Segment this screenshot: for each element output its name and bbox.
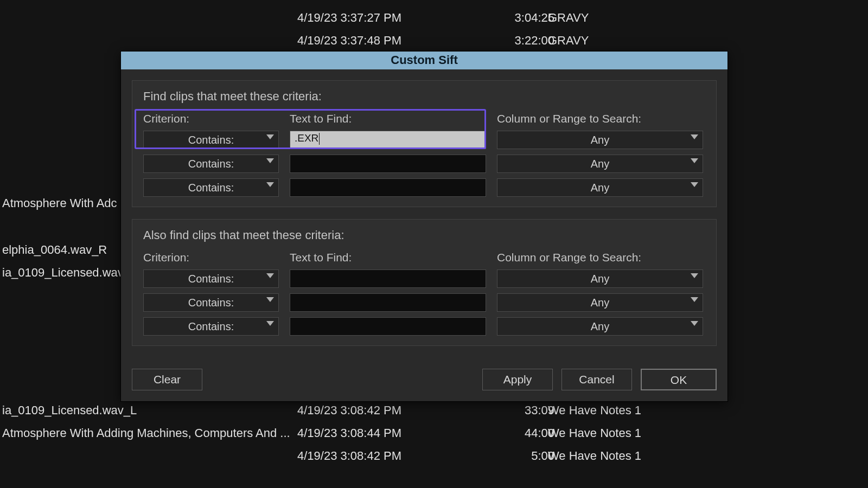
clip-row[interactable]: ia_0109_Licensed.wav_L4/19/23 3:08:42 PM… (0, 399, 868, 422)
clip-time-cell: 4/19/23 3:08:42 PM (297, 403, 433, 418)
clip-name-cell: ia_0109_Licensed.wav_L (2, 403, 295, 418)
clip-bin-cell: We Have Notes 1 (548, 426, 711, 440)
clip-duration-cell: 5:00 (500, 449, 554, 463)
clip-name-cell: Atmosphere With Adding Machines, Compute… (2, 426, 295, 440)
clip-duration-cell: 33:09 (500, 403, 554, 418)
criteria-row: Contains:Any (143, 269, 705, 288)
column-range-dropdown[interactable]: Any (497, 269, 703, 288)
chevron-down-icon (691, 134, 698, 139)
chevron-down-icon (691, 321, 698, 326)
criterion-dropdown[interactable]: Contains: (143, 269, 279, 288)
criterion-dropdown[interactable]: Contains: (143, 293, 279, 312)
chevron-down-icon (691, 158, 698, 163)
clip-time-cell: 4/19/23 3:08:44 PM (297, 426, 433, 440)
chevron-down-icon (266, 182, 274, 187)
chevron-down-icon (266, 134, 274, 139)
ok-button[interactable]: OK (641, 369, 717, 390)
header-column-range: Column or Range to Search: (497, 112, 703, 125)
criteria-row: Contains:Any (143, 155, 705, 173)
header-criterion: Criterion: (143, 251, 279, 264)
text-to-find-input[interactable] (290, 269, 486, 288)
clip-bin-cell: GRAVY (548, 34, 711, 48)
criteria-headers-1: Criterion: Text to Find: Column or Range… (143, 112, 705, 125)
text-to-find-input[interactable] (290, 293, 486, 312)
clip-time-cell: 4/19/23 3:37:48 PM (297, 34, 433, 48)
criterion-dropdown[interactable]: Contains: (143, 317, 279, 336)
text-to-find-input[interactable]: .EXR (290, 131, 486, 149)
text-cursor (319, 133, 320, 145)
column-range-dropdown[interactable]: Any (497, 178, 703, 197)
dialog-button-row: Clear Apply Cancel OK (132, 369, 717, 401)
clip-time-cell: 4/19/23 3:37:27 PM (297, 11, 433, 25)
column-range-dropdown[interactable]: Any (497, 131, 703, 149)
group-1-label: Find clips that meet these criteria: (143, 89, 705, 104)
chevron-down-icon (266, 297, 274, 302)
clear-button[interactable]: Clear (132, 369, 202, 390)
clip-bin-cell: GRAVY (548, 11, 711, 25)
cancel-button[interactable]: Cancel (561, 369, 632, 390)
clip-row[interactable]: Atmosphere With Adding Machines, Compute… (0, 422, 868, 445)
clip-duration-cell: 44:00 (500, 426, 554, 440)
text-to-find-input[interactable] (290, 155, 486, 173)
criterion-dropdown[interactable]: Contains: (143, 178, 279, 197)
criteria-row: Contains:Any (143, 178, 705, 197)
column-range-dropdown[interactable]: Any (497, 317, 703, 336)
header-text-to-find: Text to Find: (290, 251, 486, 264)
dialog-body: Find clips that meet these criteria: Cri… (121, 69, 727, 369)
header-column-range: Column or Range to Search: (497, 251, 703, 264)
apply-button[interactable]: Apply (482, 369, 553, 390)
chevron-down-icon (266, 273, 274, 278)
clip-duration-cell: 3:22:00 (500, 34, 554, 48)
criteria-group-2: Also find clips that meet these criteria… (132, 219, 717, 346)
group-2-label: Also find clips that meet these criteria… (143, 228, 705, 242)
text-to-find-input[interactable] (290, 178, 486, 197)
chevron-down-icon (266, 321, 274, 326)
chevron-down-icon (266, 158, 274, 163)
clip-time-cell: 4/19/23 3:08:42 PM (297, 449, 433, 463)
criteria-group-1: Find clips that meet these criteria: Cri… (132, 80, 717, 207)
clip-row[interactable]: 4/19/23 3:37:48 PM3:22:00GRAVY (0, 29, 868, 52)
criteria-row: Contains:Any (143, 293, 705, 312)
clip-row[interactable]: 4/19/23 3:37:27 PM3:04:25GRAVY (0, 7, 868, 29)
clip-bin-cell: We Have Notes 1 (548, 449, 711, 463)
criterion-dropdown[interactable]: Contains: (143, 131, 279, 149)
clip-row[interactable]: 4/19/23 3:08:42 PM5:00We Have Notes 1 (0, 445, 868, 467)
column-range-dropdown[interactable]: Any (497, 155, 703, 173)
criterion-dropdown[interactable]: Contains: (143, 155, 279, 173)
clip-bin-cell: We Have Notes 1 (548, 403, 711, 418)
dialog-titlebar: Custom Sift (121, 52, 727, 69)
criteria-row: Contains:Any (143, 317, 705, 336)
header-text-to-find: Text to Find: (290, 112, 486, 125)
criteria-headers-2: Criterion: Text to Find: Column or Range… (143, 251, 705, 264)
text-to-find-input[interactable] (290, 317, 486, 336)
chevron-down-icon (691, 182, 698, 187)
clip-duration-cell: 3:04:25 (500, 11, 554, 25)
custom-sift-dialog: Custom Sift Find clips that meet these c… (120, 51, 728, 402)
header-criterion: Criterion: (143, 112, 279, 125)
chevron-down-icon (691, 297, 698, 302)
chevron-down-icon (691, 273, 698, 278)
criteria-row: Contains:.EXRAny (143, 131, 705, 149)
column-range-dropdown[interactable]: Any (497, 293, 703, 312)
